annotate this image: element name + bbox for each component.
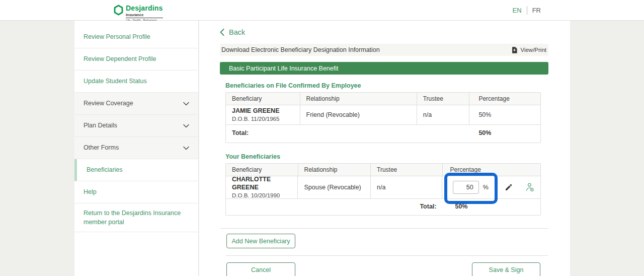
table-row: CHARLOTTE GREENE D.O.B. 10/20/1990 Spous… <box>226 176 540 199</box>
confirmed-beneficiaries-table: Beneficiary Relationship Trustee Percent… <box>225 92 541 143</box>
col-relationship: Relationship <box>298 164 371 176</box>
desjardins-logo: Desjardins Insurance Life · Health · Ret… <box>114 4 163 22</box>
total-value: 50% <box>442 199 497 215</box>
total-label: Total: <box>371 199 443 215</box>
download-label: Download Electronic Beneficiary Designat… <box>221 46 380 53</box>
table-row: JAMIE GREENE D.O.B. 11/20/1965 Friend (R… <box>226 105 540 125</box>
logo-brand-text: Desjardins <box>126 4 163 12</box>
divider <box>226 255 548 256</box>
hexagon-logo-icon <box>114 5 123 16</box>
sidebar-item-review-dependent-profile[interactable]: Review Dependent Profile <box>74 48 198 71</box>
your-beneficiaries-table: Beneficiary Relationship Trustee Percent… <box>225 163 541 216</box>
document-download-icon <box>512 47 517 53</box>
sidebar-item-plan-details[interactable]: Plan Details <box>74 115 198 137</box>
total-row: Total: 50% <box>226 125 540 143</box>
col-percentage: Percentage <box>443 164 498 176</box>
lang-fr-link[interactable]: FR <box>532 7 541 14</box>
chevron-down-icon <box>183 102 189 106</box>
total-label: Total: <box>226 125 300 143</box>
person-remove-icon <box>526 182 534 193</box>
language-switcher: EN FR <box>513 6 541 15</box>
sidebar-nav: Review Personal Profile Review Dependent… <box>74 21 199 276</box>
your-beneficiaries-heading: Your Beneficiaries <box>225 153 548 160</box>
pencil-icon <box>505 183 513 191</box>
chevron-down-icon <box>183 146 189 150</box>
beneficiary-trustee: n/a <box>417 105 470 124</box>
chevron-left-icon <box>220 29 224 36</box>
add-new-beneficiary-button[interactable]: Add New Beneficiary <box>226 234 295 248</box>
col-beneficiary: Beneficiary <box>226 93 300 105</box>
cancel-button[interactable]: Cancel <box>226 262 295 276</box>
col-relationship: Relationship <box>300 93 417 105</box>
beneficiary-relationship: Friend (Revocable) <box>300 105 417 124</box>
col-beneficiary: Beneficiary <box>226 164 298 176</box>
beneficiary-trustee: n/a <box>371 176 442 198</box>
beneficiary-percentage: 50% <box>469 105 540 124</box>
sidebar-item-update-student-status[interactable]: Update Student Status <box>74 71 198 93</box>
beneficiary-name: CHARLOTTE GREENE <box>232 175 291 192</box>
beneficiary-relationship: Spouse (Revocable) <box>298 176 370 198</box>
download-bar: Download Electronic Beneficiary Designat… <box>220 44 548 56</box>
divider <box>220 228 548 229</box>
lang-en-link[interactable]: EN <box>513 7 522 14</box>
percent-sign: % <box>483 184 489 191</box>
sidebar-item-review-coverage[interactable]: Review Coverage <box>74 93 198 115</box>
total-row: Total: 50% <box>226 199 540 215</box>
sidebar-item-review-personal-profile[interactable]: Review Personal Profile <box>74 26 198 48</box>
main-content: Back Download Electronic Beneficiary Des… <box>199 21 570 276</box>
chevron-down-icon <box>183 124 189 128</box>
logo-sub-text: Insurance <box>126 13 163 17</box>
edit-beneficiary-button[interactable] <box>497 176 520 198</box>
table-header-row: Beneficiary Relationship Trustee Percent… <box>226 93 540 105</box>
col-trustee: Trustee <box>417 93 470 105</box>
beneficiary-dob: D.O.B. 11/20/1965 <box>232 115 294 123</box>
top-header: Desjardins Insurance Life · Health · Ret… <box>0 0 644 21</box>
remove-beneficiary-button[interactable] <box>520 176 540 198</box>
view-print-button[interactable]: View/Print <box>512 47 546 53</box>
table-header-row: Beneficiary Relationship Trustee Percent… <box>226 164 540 176</box>
save-sign-button[interactable]: Save & Sign <box>472 262 540 276</box>
back-label: Back <box>229 28 245 36</box>
confirmed-beneficiaries-heading: Beneficiaries on File Confirmed By Emplo… <box>225 82 548 89</box>
beneficiary-dob: D.O.B. 10/20/1990 <box>232 191 291 199</box>
sidebar-item-other-forms[interactable]: Other Forms <box>74 137 198 159</box>
sidebar-item-return-member-portal[interactable]: Return to the Desjardins Insurance membe… <box>74 203 198 232</box>
view-print-label: View/Print <box>520 47 546 53</box>
col-trustee: Trustee <box>371 164 443 176</box>
percentage-input[interactable] <box>453 181 479 194</box>
total-value: 50% <box>469 125 540 143</box>
back-button[interactable]: Back <box>220 28 245 36</box>
sidebar-item-help[interactable]: Help <box>74 181 198 203</box>
benefit-banner: Basic Participant Life Insurance Benefit <box>220 62 548 75</box>
beneficiary-name: JAMIE GREENE <box>232 107 294 115</box>
sidebar-item-beneficiaries[interactable]: Beneficiaries <box>74 159 198 181</box>
lang-divider <box>527 6 527 15</box>
col-percentage: Percentage <box>469 93 540 105</box>
